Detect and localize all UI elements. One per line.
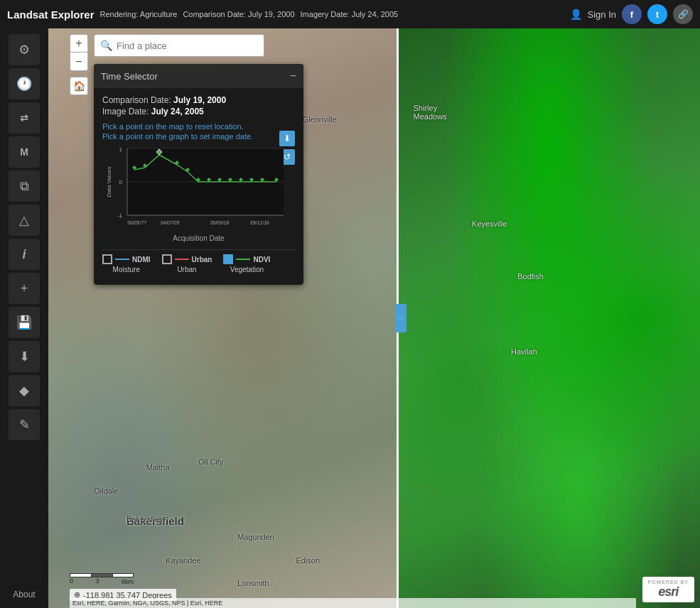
ts-reset-location-link[interactable]: Pick a point on the map to reset locatio… <box>102 122 295 131</box>
sidebar-btn-draw[interactable]: △ <box>9 205 40 236</box>
svg-text:26/09/16: 26/09/16 <box>210 220 229 225</box>
svg-text:Data Values: Data Values <box>106 167 112 197</box>
scale-num-3: 3 <box>95 577 99 585</box>
sidebar-btn-measure[interactable]: M <box>9 136 40 168</box>
comparison-date-display: Comparison Date: July 19, 2000 <box>102 95 295 105</box>
sidebar: ⚙ 🕐 ⇄ M ⧉ △ i + 💾 ⬇ ◆ ✎ About <box>0 28 48 608</box>
map-label-havilah: Havilah <box>511 347 537 356</box>
chart-svg: 1 0 -1 30/05/77 24/07/05 26/09/16 29/11/… <box>102 145 291 230</box>
facebook-button[interactable]: f <box>622 4 642 24</box>
legend-ndmi-checkbox[interactable] <box>102 254 112 264</box>
legend-ndmi-type: NDMI <box>132 256 151 264</box>
legend-urban-type: Urban <box>192 256 212 264</box>
zoom-out-button[interactable]: − <box>70 53 88 71</box>
sidebar-btn-info[interactable]: i <box>9 239 40 270</box>
sign-in-button[interactable]: Sign In <box>588 9 616 20</box>
comparison-date-meta: Comparison Date: July 19, 2000 <box>183 10 294 18</box>
legend-ndvi-line <box>236 259 250 260</box>
legend-ndmi-label: Moisture <box>113 266 140 273</box>
legend-urban: Urban Urban <box>162 254 212 273</box>
sidebar-btn-settings[interactable]: ⚙ <box>9 34 40 65</box>
map-label-lonsmith: Lonsmith <box>237 579 269 587</box>
link-button[interactable]: 🔗 <box>673 4 693 24</box>
search-input[interactable] <box>117 40 258 51</box>
chart-container: 1 0 -1 30/05/77 24/07/05 26/09/16 29/11/… <box>102 145 295 242</box>
map-label-kayandee: Kayandee <box>166 556 201 565</box>
esri-logo: POWERED BY esri <box>642 577 694 602</box>
user-icon: 👤 <box>570 9 582 20</box>
chart-x-label: Acquisition Date <box>102 234 295 242</box>
collapse-icon: ··· <box>399 315 404 322</box>
map-label-magunden: Magunden <box>237 533 274 541</box>
time-selector-title: Time Selector <box>101 71 158 82</box>
legend-ndmi-line <box>115 259 129 260</box>
map-label-oildale: Oildale <box>94 487 118 495</box>
esri-powered-by: POWERED BY <box>648 580 689 585</box>
about-link[interactable]: About <box>13 590 35 599</box>
esri-brand: esri <box>658 585 678 599</box>
ts-download-button[interactable]: ⬇ <box>279 131 295 146</box>
scale-num-0: 0 <box>70 577 73 585</box>
legend-urban-label: Urban <box>177 266 196 273</box>
sidebar-btn-edit[interactable]: ✎ <box>9 409 40 440</box>
scale-num-6km: 6km <box>122 578 134 585</box>
image-date-display: Image Date: July 24, 2005 <box>102 107 295 116</box>
svg-text:30/05/77: 30/05/77 <box>127 220 146 225</box>
map-label-edison: Edison <box>296 556 320 565</box>
map-label-shirley: ShirleyMeadows <box>414 104 447 121</box>
time-selector-header: Time Selector − <box>94 64 303 88</box>
legend-ndmi: NDMI Moisture <box>102 254 151 273</box>
scale-bar: 0 3 6km <box>70 573 134 585</box>
app-title: Landsat Explorer <box>7 9 95 21</box>
svg-text:1: 1 <box>119 146 123 153</box>
time-selector-panel: Time Selector − Comparison Date: July 19… <box>94 64 303 285</box>
sidebar-btn-share[interactable]: ◆ <box>9 375 40 406</box>
search-box: 🔍 <box>94 34 264 57</box>
legend-ndvi-type: NDVI <box>253 256 270 264</box>
imagery-date-meta: Imagery Date: July 24, 2005 <box>301 10 399 18</box>
legend-urban-line <box>175 259 189 260</box>
time-selector-body: Comparison Date: July 19, 2000 Image Dat… <box>94 88 303 285</box>
map-label-bakersfield-big: Bakersfield <box>126 515 165 523</box>
svg-text:0: 0 <box>119 179 123 185</box>
app-header: Landsat Explorer Rendering: Agriculture … <box>0 0 700 28</box>
twitter-button[interactable]: t <box>647 4 667 24</box>
legend-ndvi: NDVI Vegetation <box>223 254 270 273</box>
legend-ndvi-checkbox[interactable] <box>223 254 233 264</box>
map-label-glennville: Glennville <box>303 115 337 124</box>
svg-text:-1: -1 <box>117 212 123 219</box>
map-label-maltha: Maltha <box>146 463 170 472</box>
ts-links: Pick a point on the map to reset locatio… <box>102 122 295 141</box>
svg-text:29/11/16: 29/11/16 <box>250 220 269 225</box>
sidebar-btn-save[interactable]: 💾 <box>9 307 40 338</box>
map-label-bodfish: Bodfish <box>517 272 544 281</box>
legend-urban-checkbox[interactable] <box>162 254 172 264</box>
map-container[interactable]: ··· Glennville ShirleyMeadows Bodfish Ha… <box>48 28 700 608</box>
time-selector-close-button[interactable]: − <box>290 70 296 82</box>
ts-set-date-link[interactable]: Pick a point on the graph to set image d… <box>102 132 295 141</box>
map-label-keyesville: Keyesville <box>472 219 507 228</box>
sidebar-btn-add[interactable]: + <box>9 273 40 304</box>
scale-numbers: 0 3 6km <box>70 577 134 585</box>
search-icon: 🔍 <box>100 40 112 51</box>
sidebar-btn-history[interactable]: 🕐 <box>9 68 40 99</box>
sidebar-btn-download[interactable]: ⬇ <box>9 341 40 372</box>
map-label-oilcity: Oil City <box>198 457 223 466</box>
svg-text:24/07/05: 24/07/05 <box>160 220 179 225</box>
zoom-in-button[interactable]: + <box>70 34 88 53</box>
home-button[interactable]: 🏠 <box>70 77 88 95</box>
rendering-meta: Rendering: Agriculture <box>100 10 178 18</box>
zoom-controls: + − <box>70 34 88 71</box>
sidebar-btn-compare[interactable]: ⇄ <box>9 102 40 134</box>
map-attribution: Esri, HERE, Garmin, NGA, USGS, NPS | Esr… <box>70 598 636 608</box>
legend-ndvi-label: Vegetation <box>230 266 264 273</box>
collapse-button[interactable]: ··· <box>395 304 406 332</box>
sidebar-btn-layers[interactable]: ⧉ <box>9 170 40 202</box>
chart-legend: NDMI Moisture Urban Urban <box>102 249 295 278</box>
